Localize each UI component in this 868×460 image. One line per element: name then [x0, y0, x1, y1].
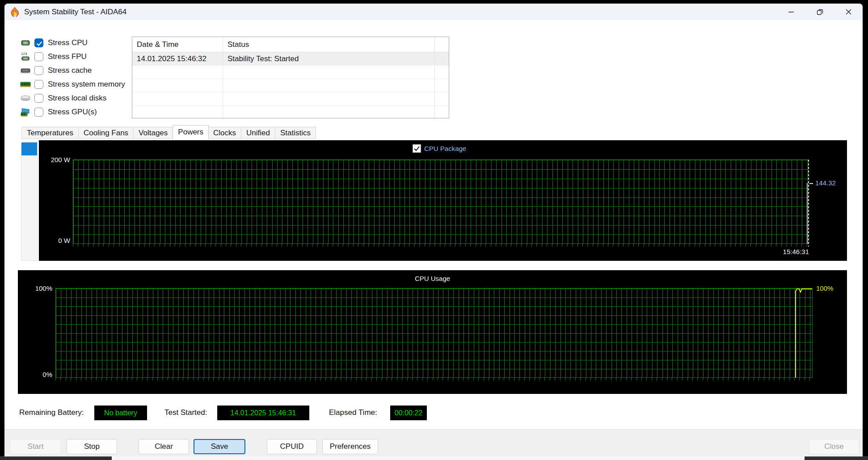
minimize-icon [788, 9, 794, 15]
log-row-empty [132, 106, 449, 119]
stress-option-gpu[interactable]: Stress GPU(s) [19, 107, 97, 117]
fpu-123-chip-icon: 123 [19, 51, 32, 62]
log-row-empty [132, 66, 449, 79]
stress-gpu-checkbox[interactable] [34, 108, 43, 117]
power-trace [807, 183, 808, 244]
time-cursor [808, 160, 809, 247]
stress-cache-checkbox[interactable] [34, 66, 43, 75]
tab-cooling-fans[interactable]: Cooling Fans [79, 127, 134, 139]
window-title: System Stability Test - AIDA64 [24, 8, 126, 17]
chart-scale-slider[interactable] [21, 142, 38, 261]
usage-trace [56, 289, 813, 378]
tab-voltages[interactable]: Voltages [134, 127, 173, 139]
stress-option-label: Stress cache [48, 66, 92, 75]
power-timestamp: 15:46:31 [779, 248, 809, 255]
stress-cpu-checkbox[interactable] [34, 38, 43, 47]
usage-chart-grid [55, 288, 813, 378]
svg-text:123: 123 [21, 52, 27, 56]
usage-chart-panel: CPU Usage 100% 0% 100% [18, 270, 847, 394]
elapsed-time-value-box: 00:00:22 [390, 406, 427, 420]
window-controls [777, 4, 863, 20]
minimize-button[interactable] [777, 4, 805, 20]
stress-option-cache[interactable]: Stress cache [19, 65, 92, 76]
stress-option-label: Stress FPU [48, 52, 87, 61]
log-table-header: Date & Time Status [132, 37, 449, 52]
stress-option-label: Stress CPU [48, 38, 88, 47]
stress-fpu-checkbox[interactable] [34, 52, 43, 61]
clear-button[interactable]: Clear [139, 439, 189, 454]
start-button: Start [10, 439, 61, 454]
usage-axis-max: 100% [18, 284, 52, 292]
stress-option-label: Stress system memory [48, 80, 125, 89]
test-started-value-box: 14.01.2025 15:46:31 [217, 406, 309, 420]
cache-chip-icon [19, 65, 32, 76]
power-axis-max: 200 W [39, 156, 70, 163]
window-bottom-edge [112, 456, 805, 460]
close-icon [845, 8, 852, 15]
log-cell-status: Stability Test: Started [223, 52, 435, 65]
tab-statistics[interactable]: Statistics [275, 127, 316, 139]
cpuid-button[interactable]: CPUID [267, 439, 317, 454]
usage-current-value: 100% [816, 284, 833, 292]
battery-label: Remaining Battery: [19, 408, 84, 417]
test-started-label: Test Started: [164, 408, 207, 417]
event-log-table: Date & Time Status 14.01.2025 15:46:32 S… [132, 37, 449, 118]
log-row-empty [132, 92, 449, 106]
slider-thumb[interactable] [21, 142, 37, 155]
app-flame-icon [10, 7, 20, 17]
memory-module-icon [19, 79, 32, 90]
log-row-selected[interactable]: 14.01.2025 15:46:32 Stability Test: Star… [132, 52, 449, 66]
tab-powers[interactable]: Powers [173, 125, 209, 139]
check-icon [413, 145, 421, 152]
gpu-card-icon [19, 107, 32, 117]
stress-option-fpu[interactable]: 123 Stress FPU [19, 51, 87, 62]
close-dialog-button: Close [809, 439, 859, 454]
stress-disks-checkbox[interactable] [34, 94, 43, 103]
desktop-background: System Stability Test - AIDA64 [0, 0, 868, 460]
tab-clocks[interactable]: Clocks [208, 127, 241, 139]
app-window: System Stability Test - AIDA64 [4, 4, 863, 456]
usage-chart-title: CPU Usage [18, 275, 847, 282]
stop-button[interactable]: Stop [67, 439, 117, 454]
power-grid-ticks [73, 244, 809, 247]
usage-grid-ticks [55, 378, 813, 381]
check-icon [35, 39, 43, 47]
stress-option-label: Stress local disks [48, 94, 106, 103]
footer-bar: Start Stop Clear Save CPUID Preferences … [4, 429, 863, 456]
tab-unified[interactable]: Unified [241, 127, 275, 139]
log-column-datetime[interactable]: Date & Time [132, 37, 223, 52]
stress-option-cpu[interactable]: Stress CPU [19, 38, 88, 48]
cpu-chip-icon [19, 38, 32, 48]
tab-temperatures[interactable]: Temperatures [21, 127, 79, 139]
stress-option-label: Stress GPU(s) [48, 108, 97, 117]
save-button[interactable]: Save [194, 439, 245, 454]
restore-button[interactable] [805, 4, 834, 20]
hard-disk-icon [19, 93, 32, 104]
log-cell-datetime: 14.01.2025 15:46:32 [132, 52, 223, 65]
preferences-button[interactable]: Preferences [322, 439, 378, 454]
cpu-package-toggle[interactable]: CPU Package [413, 144, 466, 153]
log-column-status[interactable]: Status [223, 37, 435, 52]
title-bar: System Stability Test - AIDA64 [4, 4, 863, 20]
close-button[interactable] [834, 4, 863, 20]
power-current-value: 144.32 [815, 179, 836, 187]
stress-option-memory[interactable]: Stress system memory [19, 79, 125, 90]
cpu-package-checkbox[interactable] [413, 144, 421, 153]
power-chart-grid [73, 159, 809, 244]
chart-tab-bar: Temperatures Cooling Fans Voltages Power… [21, 125, 316, 139]
cpu-package-label: CPU Package [424, 145, 466, 152]
power-axis-min: 0 W [39, 237, 70, 244]
log-row-empty [132, 79, 449, 92]
usage-axis-min: 0% [18, 371, 52, 378]
power-chart-panel: CPU Package 200 W 0 W 144.32 15:46:31 [39, 140, 847, 261]
stress-memory-checkbox[interactable] [34, 80, 43, 89]
taskbar-fragment-right [805, 456, 868, 460]
elapsed-time-label: Elapsed Time: [329, 408, 377, 417]
restore-icon [816, 8, 823, 16]
stress-option-disks[interactable]: Stress local disks [19, 93, 106, 104]
battery-value-box: No battery [94, 406, 147, 420]
taskbar-fragment-left [0, 456, 112, 460]
value-tick [809, 183, 813, 184]
